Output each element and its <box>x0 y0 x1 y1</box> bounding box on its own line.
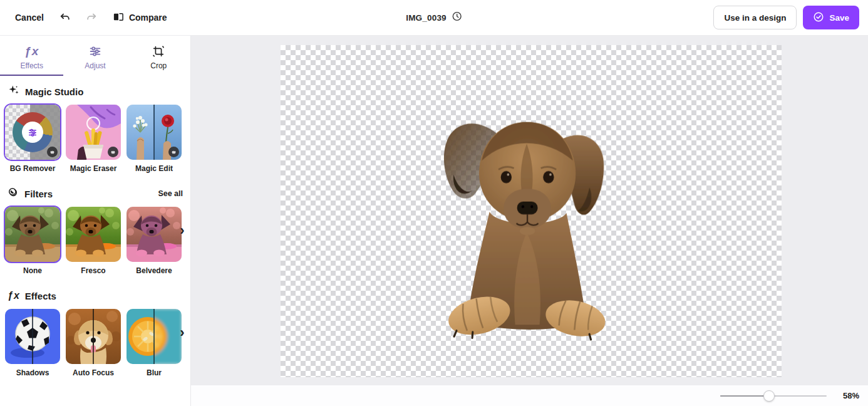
workspace: 58% <box>191 36 868 406</box>
filter-fresco-preview <box>66 207 121 262</box>
tab-bar: ƒx Effects Adjust <box>0 36 190 76</box>
compare-label: Compare <box>129 13 167 23</box>
filter-belvedere-preview <box>127 207 182 262</box>
sidebar: ƒx Effects Adjust <box>0 36 191 406</box>
filter-item-none[interactable]: None <box>5 207 60 275</box>
undo-button[interactable] <box>54 8 76 28</box>
document-title[interactable]: IMG_0039 <box>406 13 447 23</box>
chevron-right-icon: › <box>180 222 184 238</box>
document-title-group: IMG_0039 <box>406 11 462 24</box>
redo-button[interactable] <box>80 8 103 28</box>
auto-focus-preview <box>66 309 121 364</box>
filters-scroll-right-button[interactable]: › <box>175 222 189 239</box>
blur-preview <box>127 309 182 364</box>
effect-item-blur[interactable]: Blur <box>127 309 182 377</box>
filters-heading: Filters <box>24 189 53 199</box>
filter-none-preview <box>5 207 60 262</box>
filters-icon <box>8 187 19 201</box>
magic-edit-label: Magic Edit <box>135 164 173 173</box>
compare-button[interactable]: Compare <box>106 6 173 29</box>
filter-belvedere-thumbnail[interactable] <box>127 207 182 262</box>
auto-focus-label: Auto Focus <box>73 368 114 377</box>
blur-label: Blur <box>147 368 162 377</box>
sliders-badge-icon <box>22 122 43 143</box>
effects-scroll-right-button[interactable]: › <box>175 325 189 341</box>
tab-crop-label: Crop <box>150 61 167 70</box>
shadows-preview <box>5 309 60 364</box>
tab-effects[interactable]: ƒx Effects <box>0 36 63 76</box>
shadows-label: Shadows <box>16 368 49 377</box>
cancel-button[interactable]: Cancel <box>9 8 50 28</box>
zoom-bar: 58% <box>191 385 868 406</box>
puppy-image[interactable] <box>430 104 624 345</box>
shadows-thumbnail[interactable] <box>5 309 60 364</box>
filter-item-belvedere[interactable]: Belvedere <box>127 207 182 275</box>
compare-icon <box>113 11 124 24</box>
filter-fresco-label: Fresco <box>81 266 105 275</box>
redo-icon <box>85 11 98 24</box>
effect-item-auto-focus[interactable]: Auto Focus <box>66 309 121 377</box>
sync-status-icon <box>452 11 462 24</box>
save-button[interactable]: Save <box>803 6 859 29</box>
magic-studio-heading: Magic Studio <box>25 86 83 97</box>
pro-crown-icon <box>47 147 58 157</box>
use-in-design-button[interactable]: Use in a design <box>713 6 797 29</box>
zoom-percentage: 58% <box>838 391 859 400</box>
effects-section: ƒx Effects <box>0 288 190 377</box>
chevron-right-icon: › <box>180 325 184 340</box>
magic-eraser-label: Magic Eraser <box>70 164 117 173</box>
sliders-icon <box>88 44 102 58</box>
tab-adjust[interactable]: Adjust <box>63 36 127 76</box>
filters-section: Filters See all <box>0 185 190 275</box>
fx-section-icon: ƒx <box>8 290 20 301</box>
filter-fresco-thumbnail[interactable] <box>66 207 121 262</box>
zoom-slider-handle[interactable] <box>763 390 775 402</box>
zoom-slider[interactable] <box>720 390 827 402</box>
effects-heading: Effects <box>25 291 56 301</box>
tab-adjust-label: Adjust <box>85 61 105 70</box>
magic-studio-item-magic-edit[interactable]: Magic Edit <box>127 105 182 173</box>
magic-studio-cards: BG Remover <box>0 100 190 173</box>
pro-crown-icon <box>168 147 179 157</box>
fx-icon: ƒx <box>24 44 39 58</box>
pro-crown-icon <box>108 147 118 157</box>
check-circle-icon <box>813 11 824 24</box>
bg-remover-thumbnail[interactable] <box>5 105 60 160</box>
magic-studio-sparkle-icon <box>8 84 20 99</box>
magic-eraser-thumbnail[interactable] <box>66 105 121 160</box>
magic-studio-item-magic-eraser[interactable]: Magic Eraser <box>66 105 121 173</box>
crop-icon <box>152 44 165 58</box>
filter-belvedere-label: Belvedere <box>136 266 172 275</box>
blur-thumbnail[interactable] <box>127 309 182 364</box>
effect-item-shadows[interactable]: Shadows <box>5 309 60 377</box>
save-label: Save <box>829 13 849 23</box>
undo-icon <box>59 11 71 24</box>
filter-none-thumbnail[interactable] <box>5 207 60 262</box>
filter-item-fresco[interactable]: Fresco <box>66 207 121 275</box>
magic-studio-section: Magic Studio <box>0 83 190 173</box>
filters-see-all-link[interactable]: See all <box>158 189 183 198</box>
auto-focus-thumbnail[interactable] <box>66 309 121 364</box>
tab-crop[interactable]: Crop <box>127 36 190 76</box>
bg-remover-label: BG Remover <box>10 164 56 173</box>
magic-edit-thumbnail[interactable] <box>127 105 182 160</box>
magic-studio-item-bg-remover[interactable]: BG Remover <box>5 105 60 173</box>
topbar: Cancel <box>0 0 868 36</box>
photo-editor-app: Cancel <box>0 0 868 406</box>
filters-cards: None Fresco Belvedere <box>0 202 190 275</box>
tab-effects-label: Effects <box>20 61 43 70</box>
effects-cards: Shadows <box>0 304 190 377</box>
filter-none-label: None <box>23 266 42 275</box>
canvas[interactable] <box>281 45 782 377</box>
zoom-slider-fill <box>720 395 769 397</box>
